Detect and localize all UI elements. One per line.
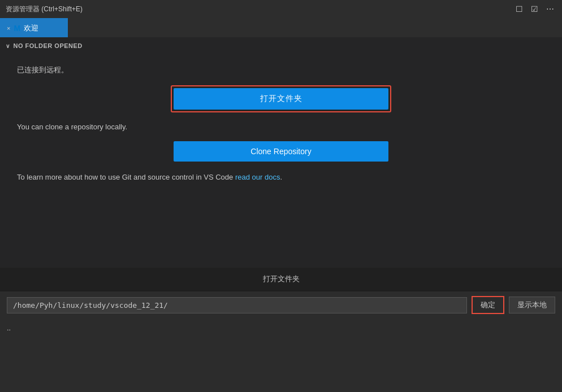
show-local-button[interactable]: 显示本地 xyxy=(509,297,555,313)
welcome-tab[interactable]: × M 欢迎 xyxy=(0,18,68,37)
collapse-all-icon[interactable]: ⋯ xyxy=(544,3,556,15)
docs-text-before: To learn more about how to use Git and s… xyxy=(17,173,235,181)
tab-close-icon[interactable]: × xyxy=(7,25,10,32)
explorer-title: 资源管理器 (Ctrl+Shift+E) xyxy=(6,5,83,14)
clone-btn-wrapper: Clone Repository xyxy=(17,141,545,162)
clone-hint-text: You can clone a repository locally. xyxy=(17,123,545,131)
bottom-panel: 确定 显示本地 .. xyxy=(0,291,562,392)
bottom-input-row: 确定 显示本地 xyxy=(0,291,562,319)
vs-icon: M xyxy=(14,24,20,33)
overlay-text: 打开文件夹 xyxy=(263,274,300,284)
open-folder-outline: 打开文件夹 xyxy=(171,85,391,112)
docs-text-after: . xyxy=(280,173,282,181)
tab-bar: × M 欢迎 xyxy=(0,18,562,38)
section-arrow-icon: ∨ xyxy=(6,43,10,49)
main-panel: 资源管理器 (Ctrl+Shift+E) ☐ ☑ ⋯ × M 欢迎 ∨ NO F… xyxy=(0,0,562,290)
content-area: 已连接到远程。 打开文件夹 You can clone a repository… xyxy=(0,54,562,290)
docs-link[interactable]: read our docs xyxy=(235,173,280,181)
connected-text: 已连接到远程。 xyxy=(17,65,545,75)
top-bar: 资源管理器 (Ctrl+Shift+E) ☐ ☑ ⋯ xyxy=(0,0,562,18)
bottom-list: .. xyxy=(0,319,562,392)
new-file-icon[interactable]: ☐ xyxy=(513,3,525,15)
overlay-area: 打开文件夹 xyxy=(0,268,562,290)
clone-repository-button[interactable]: Clone Repository xyxy=(174,141,388,162)
section-title: NO FOLDER OPENED xyxy=(14,42,83,49)
open-folder-button[interactable]: 打开文件夹 xyxy=(174,88,388,110)
new-folder-icon[interactable]: ☑ xyxy=(529,3,541,15)
list-item[interactable]: .. xyxy=(7,322,555,334)
tab-label: 欢迎 xyxy=(24,23,38,33)
confirm-button[interactable]: 确定 xyxy=(472,296,504,314)
path-input[interactable] xyxy=(7,297,467,313)
top-bar-icons: ☐ ☑ ⋯ xyxy=(513,3,556,15)
open-folder-wrapper: 打开文件夹 xyxy=(17,85,545,112)
docs-paragraph: To learn more about how to use Git and s… xyxy=(17,172,545,184)
section-header[interactable]: ∨ NO FOLDER OPENED xyxy=(0,38,562,54)
